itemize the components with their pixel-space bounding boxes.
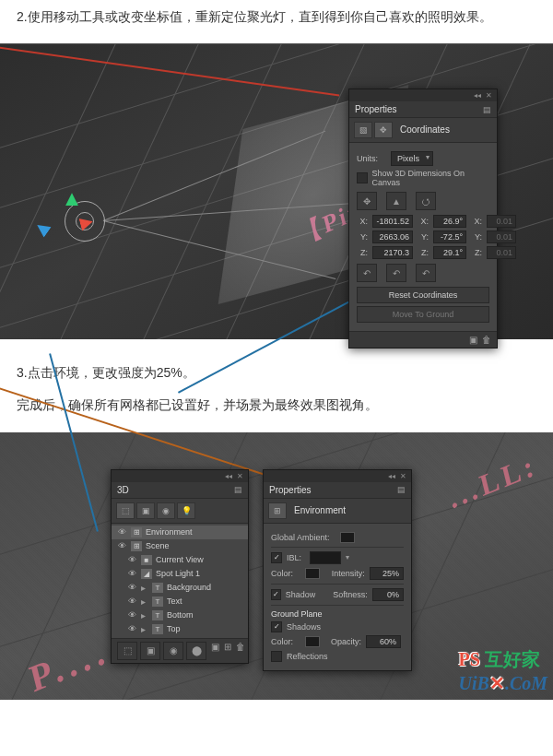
undo2-icon[interactable]: ↶ — [386, 264, 406, 282]
environment-tab-label: Environment — [288, 502, 351, 519]
y-rotation-input[interactable]: -72.5° — [433, 230, 466, 243]
ground-shadows-label: Shadows — [287, 622, 321, 632]
color-label: Color: — [271, 569, 300, 578]
softness-label: Softness: — [327, 590, 368, 599]
ground-shadows-checkbox[interactable] — [271, 621, 282, 632]
instruction-step-3b: 完成后，确保所有网格都已设置好，并场景为最终效果图视角。 — [17, 394, 536, 417]
properties-environment-panel: ◂◂✕ Properties ▤ ⊞ Environment Global Am… — [263, 469, 412, 671]
layer-text[interactable]: 👁▸TText — [112, 595, 248, 608]
3d-filter-light-icon[interactable]: 💡 — [177, 502, 195, 519]
layer-current-view[interactable]: 👁■Current View — [112, 553, 248, 567]
move-to-ground-button[interactable]: Move To Ground — [357, 306, 489, 323]
3d-tool-icon[interactable]: ⬚ — [117, 642, 137, 660]
global-ambient-swatch[interactable] — [340, 532, 355, 543]
visibility-toggle-icon[interactable]: 👁 — [126, 624, 137, 633]
ibl-checkbox[interactable] — [271, 552, 282, 563]
move-tool-icon[interactable]: ✥ — [357, 192, 377, 210]
properties-panel: ◂◂ ✕ Properties ▤ ▧ ✥ Coordinates Units:… — [348, 89, 498, 348]
screenshot-2: ...LL: P.... ◂◂✕ 3D ▤ ⬚ ▣ ◉ 💡 👁⊞Environm… — [0, 432, 553, 700]
x-position-input[interactable]: -1801.52 — [372, 215, 413, 228]
panel-collapse-icon[interactable]: ◂◂ — [225, 472, 232, 480]
panel-menu-icon[interactable]: ▤ — [234, 485, 242, 494]
visibility-toggle-icon[interactable]: 👁 — [126, 569, 137, 578]
show-dimensions-checkbox[interactable] — [357, 172, 368, 183]
show-dimensions-label: Show 3D Dimensions On Canvas — [372, 169, 489, 187]
ibl-texture-swatch[interactable] — [310, 551, 341, 564]
x-scale-input[interactable]: 0.01 — [487, 215, 516, 228]
z-position-input[interactable]: 2170.3 — [372, 246, 413, 259]
layer-environment[interactable]: 👁⊞Environment — [112, 526, 248, 539]
layer-top[interactable]: 👁▸TTop — [112, 622, 248, 636]
opacity-label: Opacity: — [324, 637, 361, 646]
scale-tool-icon[interactable]: ▲ — [386, 192, 406, 210]
visibility-toggle-icon[interactable]: 👁 — [126, 555, 137, 564]
shadow-label: Shadow — [286, 590, 323, 599]
ibl-color-swatch[interactable] — [305, 568, 320, 579]
visibility-toggle-icon[interactable]: 👁 — [126, 597, 137, 606]
properties-tab-mesh-icon[interactable]: ▧ — [354, 122, 372, 138]
opacity-input[interactable]: 60% — [366, 635, 401, 648]
layer-background[interactable]: 👁▸TBackground — [112, 581, 248, 595]
units-dropdown[interactable]: Pixels — [391, 151, 433, 166]
ground-plane-label: Ground Plane — [271, 609, 323, 619]
reflections-checkbox[interactable] — [271, 651, 282, 662]
3d-scene-tree: 👁⊞Environment 👁⊞Scene 👁■Current View 👁◢S… — [112, 524, 248, 638]
panel-close-icon[interactable]: ✕ — [400, 472, 406, 480]
z-scale-input[interactable]: 0.01 — [487, 246, 516, 259]
intensity-label: Intensity: — [324, 569, 365, 578]
properties-tab-label: Coordinates — [394, 122, 455, 138]
layer-bottom[interactable]: 👁▸TBottom — [112, 608, 248, 622]
panel-title-3d: 3D — [117, 485, 129, 495]
ibl-label: IBL: — [287, 553, 305, 562]
panel-title-properties: Properties — [269, 485, 312, 495]
layer-scene[interactable]: 👁⊞Scene — [112, 539, 248, 553]
screenshot-1: 【Pix... PS 互 好 家 ◂◂ ✕ Properties ▤ ▧ ✥ C… — [0, 43, 553, 339]
units-label: Units: — [357, 154, 386, 163]
shadow-checkbox[interactable] — [271, 589, 281, 600]
panel-close-icon[interactable]: ✕ — [237, 472, 243, 480]
properties-tab-coordinates-icon[interactable]: ✥ — [374, 122, 393, 138]
3d-filter-scene-icon[interactable]: ⬚ — [116, 502, 135, 519]
y-scale-input[interactable]: 0.01 — [487, 230, 516, 243]
site-watermark: PS 互好家 UiB✕.CoM — [459, 647, 547, 694]
visibility-toggle-icon[interactable]: 👁 — [116, 541, 127, 550]
y-position-input[interactable]: 2663.06 — [372, 230, 413, 243]
panel-menu-icon[interactable]: ▤ — [397, 485, 406, 494]
instruction-step-2: 2.使用移动工具或改变坐标值，重新定位聚光灯，直到得到你自己喜欢的照明效果。 — [17, 6, 536, 29]
panel-title: Properties — [355, 104, 397, 114]
panel-close-icon[interactable]: ✕ — [486, 91, 492, 100]
3d-tool-icon[interactable]: ▣ — [140, 642, 160, 660]
trash-icon[interactable]: 🗑 — [236, 642, 245, 660]
ibl-dropdown-icon[interactable]: ▾ — [346, 553, 349, 561]
3d-tool-icon[interactable]: ⬤ — [186, 642, 206, 660]
3d-filter-material-icon[interactable]: ◉ — [157, 502, 175, 519]
visibility-toggle-icon[interactable]: 👁 — [126, 583, 137, 592]
reflections-label: Reflections — [287, 652, 328, 661]
undo-icon[interactable]: ↶ — [357, 264, 377, 282]
ground-color-label: Color: — [271, 637, 300, 646]
z-rotation-input[interactable]: 29.1° — [433, 246, 466, 259]
render-icon[interactable]: ▣ — [211, 642, 219, 660]
layer-spot-light[interactable]: 👁◢Spot Light 1 — [112, 567, 248, 581]
ground-color-swatch[interactable] — [305, 636, 320, 647]
undo3-icon[interactable]: ↶ — [416, 264, 436, 282]
reset-coordinates-button[interactable]: Reset Coordinates — [357, 287, 489, 303]
instruction-step-3: 3.点击环境，更改强度为25%。 — [17, 361, 536, 384]
panel-collapse-icon[interactable]: ◂◂ — [388, 472, 395, 480]
rotate-tool-icon[interactable]: ⭯ — [416, 192, 436, 210]
panel-collapse-icon[interactable]: ◂◂ — [474, 91, 481, 100]
3d-panel: ◂◂✕ 3D ▤ ⬚ ▣ ◉ 💡 👁⊞Environment 👁⊞Scene 👁… — [111, 469, 249, 664]
x-rotation-input[interactable]: 26.9° — [433, 215, 466, 228]
softness-input[interactable]: 0% — [372, 588, 404, 601]
3d-filter-mesh-icon[interactable]: ▣ — [136, 502, 155, 519]
panel-menu-icon[interactable]: ▤ — [483, 105, 491, 114]
global-ambient-label: Global Ambient: — [271, 533, 335, 542]
visibility-toggle-icon[interactable]: 👁 — [116, 527, 127, 537]
render-icon[interactable]: ▣ — [469, 335, 477, 345]
environment-tab-icon[interactable]: ⊞ — [268, 502, 287, 519]
intensity-input[interactable]: 25% — [370, 567, 404, 580]
new-layer-icon[interactable]: ⊞ — [224, 642, 231, 660]
trash-icon[interactable]: 🗑 — [482, 335, 491, 345]
3d-tool-icon[interactable]: ◉ — [163, 642, 183, 660]
visibility-toggle-icon[interactable]: 👁 — [126, 610, 137, 620]
